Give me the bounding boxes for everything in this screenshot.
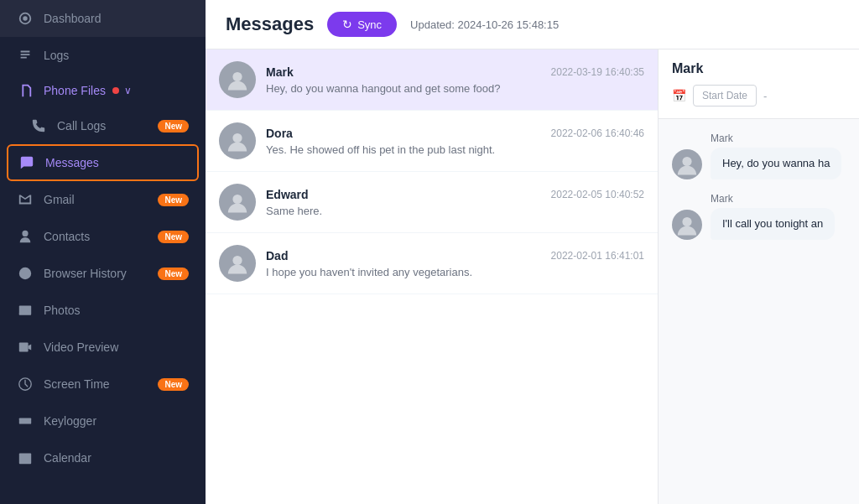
sidebar-item-label-video-preview: Video Preview: [44, 340, 189, 354]
sidebar-item-photos[interactable]: Photos: [0, 292, 206, 329]
right-panel-header: Mark 📅 Start Date -: [659, 49, 859, 119]
sidebar-item-dashboard[interactable]: Dashboard: [0, 0, 206, 37]
sync-label: Sync: [357, 18, 382, 31]
message-time: 2022-02-01 16:41:01: [551, 250, 644, 262]
sidebar-item-calendar[interactable]: Calendar: [0, 439, 206, 476]
svg-point-17: [682, 217, 691, 226]
sidebar-item-label-screen-time: Screen Time: [44, 377, 148, 391]
sidebar-item-label-gmail: Gmail: [44, 193, 148, 206]
sidebar-item-label-keylogger: Keylogger: [44, 414, 189, 428]
message-info: Mark 2022-03-19 16:40:35 Hey, do you wan…: [266, 65, 644, 95]
chat-area: Mark Hey, do you wanna ha Mark I'll call…: [659, 119, 859, 504]
message-sender: Dad: [266, 249, 288, 262]
call-logs-icon: [30, 117, 47, 134]
message-info: Edward 2022-02-05 10:40:52 Same here.: [266, 188, 644, 217]
sidebar-item-label-messages: Messages: [45, 156, 187, 169]
sidebar-item-label-call-logs: Call Logs: [57, 119, 148, 132]
sidebar-item-call-logs[interactable]: Call Logs New: [0, 107, 206, 144]
top-bar: Messages ↻ Sync Updated: 2024-10-26 15:4…: [206, 0, 859, 49]
main-content: Messages ↻ Sync Updated: 2024-10-26 15:4…: [206, 0, 859, 504]
phone-files-dot-badge: [112, 87, 119, 94]
message-preview: Hey, do you wanna hangout and get some f…: [266, 82, 644, 95]
message-item[interactable]: Mark 2022-03-19 16:40:35 Hey, do you wan…: [206, 49, 658, 111]
chat-avatar: [672, 149, 702, 179]
svg-rect-10: [21, 422, 27, 423]
message-header: Mark 2022-03-19 16:40:35: [266, 65, 644, 79]
svg-point-15: [232, 256, 242, 265]
message-time: 2022-02-05 10:40:52: [551, 189, 644, 200]
avatar: [219, 184, 256, 221]
chat-bubble-wrapper: Mark I'll call you tonight an: [711, 193, 835, 240]
content-area: Mark 2022-03-19 16:40:35 Hey, do you wan…: [206, 49, 859, 504]
messages-icon: [18, 154, 35, 171]
calendar-icon: [17, 449, 34, 466]
sidebar-item-gmail[interactable]: Gmail New: [0, 181, 206, 218]
sync-button[interactable]: ↻ Sync: [327, 12, 397, 37]
svg-point-2: [22, 308, 25, 311]
page-title: Messages: [226, 13, 314, 35]
phone-files-icon: [17, 82, 34, 99]
start-date-input[interactable]: Start Date: [693, 85, 757, 107]
svg-point-14: [232, 195, 242, 204]
contacts-badge: New: [158, 231, 189, 243]
screen-time-badge: New: [158, 378, 189, 391]
sync-icon: ↻: [342, 18, 352, 31]
sidebar-item-video-preview[interactable]: Video Preview: [0, 329, 206, 366]
avatar: [219, 122, 256, 159]
message-info: Dora 2022-02-06 16:40:46 Yes. He showed …: [266, 127, 644, 156]
message-info: Dad 2022-02-01 16:41:01 I hope you haven…: [266, 249, 644, 278]
svg-point-12: [232, 72, 242, 81]
start-date-placeholder: Start Date: [702, 90, 747, 101]
message-time: 2022-03-19 16:40:35: [551, 66, 644, 78]
message-preview: I hope you haven't invited any vegetaria…: [266, 266, 644, 278]
svg-rect-7: [23, 419, 24, 421]
svg-point-0: [23, 16, 27, 20]
screen-time-icon: [17, 376, 34, 392]
video-preview-icon: [17, 339, 34, 356]
sidebar-item-browser-history[interactable]: Browser History New: [0, 255, 206, 292]
call-logs-badge: New: [158, 120, 189, 132]
chat-bubble: Hey, do you wanna ha: [711, 148, 841, 179]
sidebar-item-messages[interactable]: Messages: [7, 144, 199, 181]
browser-history-icon: [17, 265, 34, 282]
chat-bubble: I'll call you tonight an: [711, 208, 835, 240]
right-panel-contact-name: Mark: [672, 61, 846, 76]
sidebar-item-phone-files[interactable]: Phone Files ∨: [0, 74, 206, 107]
svg-rect-6: [21, 419, 23, 421]
svg-rect-3: [19, 343, 29, 352]
browser-history-badge: New: [158, 268, 189, 280]
logs-icon: [17, 47, 34, 64]
sidebar-item-label-contacts: Contacts: [44, 230, 148, 243]
message-sender: Mark: [266, 65, 294, 79]
message-sender: Dora: [266, 127, 293, 140]
message-header: Edward 2022-02-05 10:40:52: [266, 188, 644, 201]
gmail-badge: New: [158, 194, 189, 206]
message-time: 2022-02-06 16:40:46: [551, 127, 644, 139]
avatar: [219, 245, 256, 282]
sidebar-item-label-photos: Photos: [44, 304, 189, 317]
date-filter: 📅 Start Date -: [672, 85, 846, 107]
keylogger-icon: [17, 413, 34, 429]
photos-icon: [17, 302, 34, 319]
message-preview: Yes. He showed off his pet in the pub la…: [266, 143, 644, 156]
message-item[interactable]: Dora 2022-02-06 16:40:46 Yes. He showed …: [206, 111, 658, 172]
svg-point-16: [682, 157, 691, 166]
message-item[interactable]: Edward 2022-02-05 10:40:52 Same here.: [206, 172, 658, 233]
svg-rect-9: [28, 419, 29, 421]
sidebar-item-logs[interactable]: Logs: [0, 37, 206, 74]
message-sender: Edward: [266, 188, 309, 201]
messages-list: Mark 2022-03-19 16:40:35 Hey, do you wan…: [206, 49, 659, 504]
updated-text: Updated: 2024-10-26 15:48:15: [410, 18, 559, 31]
chat-bubble-wrapper: Mark Hey, do you wanna ha: [711, 132, 841, 179]
sidebar-item-label-logs: Logs: [44, 49, 189, 62]
bubble-sender: Mark: [711, 132, 841, 144]
sidebar-item-keylogger[interactable]: Keylogger: [0, 403, 206, 439]
sidebar-item-screen-time[interactable]: Screen Time New: [0, 366, 206, 403]
avatar: [219, 61, 256, 98]
calendar-filter-icon: 📅: [672, 89, 686, 102]
contacts-icon: [17, 228, 34, 245]
chat-bubble-row: Mark I'll call you tonight an: [672, 193, 846, 240]
sidebar-item-contacts[interactable]: Contacts New: [0, 218, 206, 255]
message-item[interactable]: Dad 2022-02-01 16:41:01 I hope you haven…: [206, 233, 658, 294]
chat-avatar: [672, 210, 702, 240]
